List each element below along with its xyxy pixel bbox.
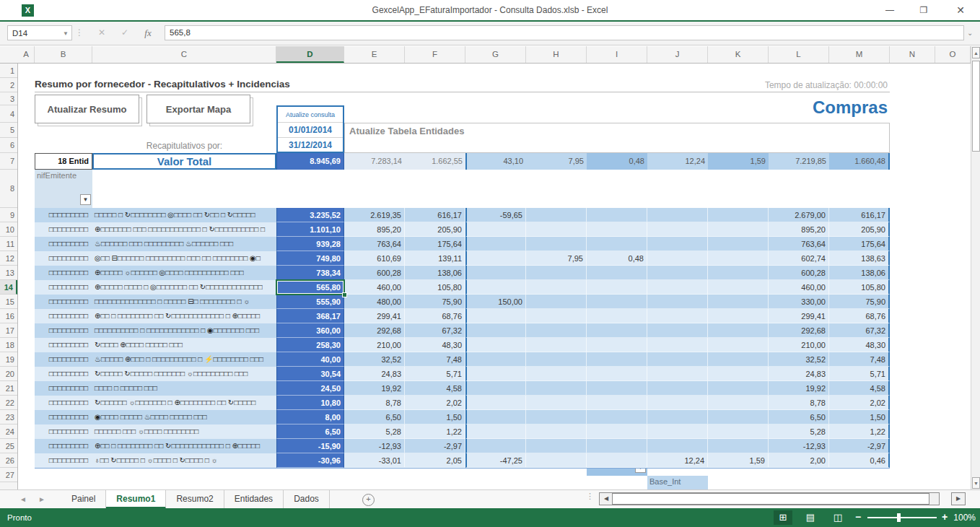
zoom-in-button[interactable]: + — [942, 508, 948, 526]
row-header-12[interactable]: 12 — [0, 251, 17, 266]
value-cell[interactable]: 75,90 — [405, 295, 465, 309]
value-cell[interactable]: 895,20 — [344, 222, 405, 237]
value-cell[interactable] — [708, 251, 769, 266]
entity-count-cell[interactable]: 18 Entid — [35, 153, 92, 170]
value-cell[interactable] — [587, 266, 647, 280]
nome-cell[interactable]: □□□□□ □ ↻□□□□□□□□ ◎□□□□ □□ ↻□□ □ ↻□□□□□ — [92, 208, 276, 222]
row-header-1[interactable]: 1 — [0, 64, 17, 78]
value-cell[interactable]: 67,32 — [829, 323, 890, 338]
total-base-ise[interactable]: 43,10 — [465, 153, 526, 170]
name-box-dropdown-icon[interactable]: ▼ — [63, 26, 69, 41]
column-header-L[interactable]: L — [769, 46, 829, 63]
value-cell[interactable] — [587, 309, 647, 323]
value-cell[interactable]: 205,90 — [829, 222, 890, 237]
value-cell[interactable] — [647, 352, 708, 367]
value-cell[interactable] — [647, 309, 708, 323]
formula-bar-expand-icon[interactable]: ⌄ — [967, 25, 973, 40]
page-layout-view-icon[interactable]: ▤ — [801, 510, 820, 525]
row-header-20[interactable]: 20 — [0, 367, 17, 381]
row-header-16[interactable]: 16 — [0, 309, 17, 323]
value-cell[interactable] — [708, 323, 769, 338]
value-cell[interactable]: -2,97 — [405, 439, 465, 453]
value-cell[interactable] — [587, 424, 647, 439]
value-cell[interactable] — [465, 352, 526, 367]
row-header-8[interactable]: 8 — [0, 170, 17, 208]
row-header-7[interactable]: 7 — [0, 153, 17, 170]
value-cell[interactable] — [708, 237, 769, 251]
nif-cell[interactable]: □□□□□□□□□ — [35, 439, 92, 453]
horizontal-scroll-thumb[interactable] — [612, 493, 929, 505]
value-cell[interactable] — [526, 309, 587, 323]
value-cell[interactable]: 32,52 — [344, 352, 405, 367]
column-header-K[interactable]: K — [708, 46, 769, 63]
row-header-9[interactable]: 9 — [0, 208, 17, 222]
selected-cell-D14[interactable] — [276, 279, 345, 295]
row-header-27[interactable]: 27 — [0, 468, 17, 482]
column-header-A[interactable]: A — [18, 46, 35, 63]
value-cell[interactable] — [708, 208, 769, 222]
value-cell[interactable] — [708, 439, 769, 453]
nif-cell[interactable]: □□□□□□□□□ — [35, 453, 92, 468]
value-cell[interactable]: 2,02 — [405, 396, 465, 410]
value-cell[interactable] — [465, 266, 526, 280]
row-header-25[interactable]: 25 — [0, 439, 17, 453]
value-cell[interactable]: 105,80 — [405, 280, 465, 295]
value-cell[interactable]: 68,76 — [405, 309, 465, 323]
value-cell[interactable]: -33,01 — [344, 453, 405, 468]
value-cell[interactable] — [647, 424, 708, 439]
column-filter-header-nifEmitente[interactable]: nifEmitente▼ — [35, 170, 92, 208]
value-cell[interactable]: 939,28 — [276, 237, 344, 251]
value-cell[interactable]: 24,83 — [769, 367, 829, 381]
value-cell[interactable] — [465, 424, 526, 439]
value-cell[interactable]: 4,58 — [405, 381, 465, 396]
nome-cell[interactable]: ↻□□□□□ ↻□□□□□ □□□□□□□ ☼□□□□□□□□□ □□□ — [92, 367, 276, 381]
row-header-23[interactable]: 23 — [0, 410, 17, 424]
zoom-percentage[interactable]: 100% — [950, 508, 976, 527]
value-cell[interactable] — [465, 323, 526, 338]
nif-cell[interactable]: □□□□□□□□□ — [35, 251, 92, 266]
value-cell[interactable] — [587, 453, 647, 468]
scroll-left-icon[interactable]: ◀ — [601, 493, 611, 505]
row-header-22[interactable]: 22 — [0, 396, 17, 410]
name-box[interactable]: D14 ▼ — [7, 25, 72, 40]
sheet-tab-resumo2[interactable]: Resumo2 — [166, 490, 224, 508]
page-break-preview-icon[interactable]: ◫ — [828, 510, 847, 525]
row-header-21[interactable]: 21 — [0, 381, 17, 396]
add-sheet-button[interactable]: + — [362, 494, 375, 506]
value-cell[interactable] — [587, 439, 647, 453]
row-header-14[interactable]: 14 — [0, 280, 17, 295]
value-cell[interactable]: 30,54 — [276, 367, 344, 381]
value-cell[interactable]: 67,32 — [405, 323, 465, 338]
value-cell[interactable] — [708, 424, 769, 439]
value-cell[interactable]: 7,48 — [405, 352, 465, 367]
date-to-cell[interactable]: 31/12/2014 — [278, 138, 343, 152]
value-cell[interactable]: 299,41 — [769, 309, 829, 323]
row-header-19[interactable]: 19 — [0, 352, 17, 367]
value-cell[interactable] — [647, 222, 708, 237]
horizontal-scrollbar[interactable]: ◀ — [599, 492, 940, 505]
total-base-int[interactable]: 12,24 — [647, 153, 708, 170]
nome-cell[interactable]: ♁□□ ↻□□□□□ □ ☼□□□□ □ ↻□□□□ □ ☼ — [92, 453, 276, 468]
value-cell[interactable]: 138,63 — [829, 251, 890, 266]
value-cell[interactable] — [708, 338, 769, 352]
column-header-N[interactable]: N — [890, 46, 935, 63]
value-cell[interactable] — [526, 338, 587, 352]
row-header-11[interactable]: 11 — [0, 237, 17, 251]
value-cell[interactable]: -47,25 — [465, 453, 526, 468]
value-cell[interactable]: 763,64 — [769, 237, 829, 251]
value-cell[interactable] — [465, 222, 526, 237]
value-cell[interactable] — [465, 381, 526, 396]
value-cell[interactable]: 330,00 — [769, 295, 829, 309]
row-header-13[interactable]: 13 — [0, 266, 17, 280]
column-header-M[interactable]: M — [829, 46, 890, 63]
nome-cell[interactable]: □□□□□□□□□□□□□□ □ □□□□□ ⊟□ □□□□□□□□ □ ☼ — [92, 295, 276, 309]
value-cell[interactable]: 75,90 — [829, 295, 890, 309]
nome-cell[interactable]: □□□□ □ □□□□□ □□□ — [92, 381, 276, 396]
value-cell[interactable] — [526, 453, 587, 468]
value-cell[interactable] — [647, 396, 708, 410]
value-cell[interactable] — [526, 424, 587, 439]
value-cell[interactable] — [647, 295, 708, 309]
zoom-slider-track[interactable] — [867, 517, 937, 518]
nif-cell[interactable]: □□□□□□□□□ — [35, 396, 92, 410]
filter-dropdown-icon[interactable]: ▼ — [80, 194, 91, 205]
